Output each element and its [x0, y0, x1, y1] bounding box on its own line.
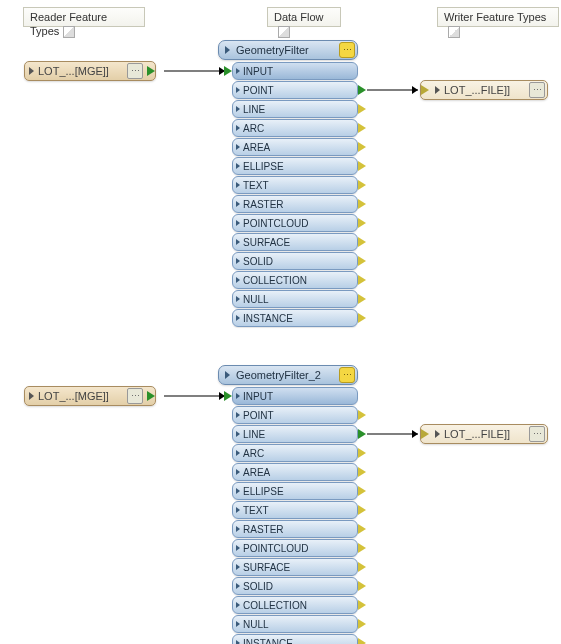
gear-icon[interactable]: ⋯: [127, 388, 143, 404]
port-out-arrow-icon[interactable]: [358, 85, 366, 95]
port-in-arrow-icon[interactable]: [224, 66, 232, 76]
port-label: COLLECTION: [243, 600, 357, 611]
port-surface[interactable]: SURFACE: [232, 233, 358, 251]
port-out-arrow-icon[interactable]: [358, 600, 366, 610]
writer-feature-type-1[interactable]: LOT_...FILE]] ⋯: [420, 80, 548, 100]
port-out-arrow-icon[interactable]: [358, 161, 366, 171]
input-port-icon[interactable]: [421, 85, 429, 95]
port-in-arrow-icon[interactable]: [224, 391, 232, 401]
gear-icon[interactable]: ⋯: [529, 82, 545, 98]
writer-feature-types-header[interactable]: Writer Feature Types: [437, 7, 559, 27]
port-out-arrow-icon[interactable]: [358, 104, 366, 114]
port-null[interactable]: NULL: [232, 615, 358, 633]
gear-icon[interactable]: ⋯: [127, 63, 143, 79]
port-out-arrow-icon[interactable]: [358, 199, 366, 209]
port-text[interactable]: TEXT: [232, 501, 358, 519]
port-area[interactable]: AREA: [232, 463, 358, 481]
properties-icon[interactable]: ⋯: [339, 42, 355, 58]
port-pointcloud[interactable]: POINTCLOUD: [232, 214, 358, 232]
port-null[interactable]: NULL: [232, 290, 358, 308]
reader-feature-type-2[interactable]: LOT_...[MGE]] ⋯: [24, 386, 156, 406]
port-label: ARC: [243, 448, 357, 459]
chevron-right-icon: [236, 296, 240, 302]
port-input[interactable]: INPUT: [232, 62, 358, 80]
port-out-arrow-icon[interactable]: [358, 524, 366, 534]
svg-marker-3: [412, 86, 418, 94]
transformer-header[interactable]: GeometryFilter_2 ⋯: [218, 365, 358, 385]
port-out-arrow-icon[interactable]: [358, 638, 366, 644]
port-arc[interactable]: ARC: [232, 119, 358, 137]
port-out-arrow-icon[interactable]: [358, 486, 366, 496]
port-instance[interactable]: INSTANCE: [232, 309, 358, 327]
transformer-geometryfilter[interactable]: GeometryFilter ⋯ INPUT POINTLINEARCAREAE…: [218, 40, 358, 328]
transformer-geometryfilter-2[interactable]: GeometryFilter_2 ⋯ INPUT POINTLINEARCARE…: [218, 365, 358, 644]
gear-icon[interactable]: ⋯: [529, 426, 545, 442]
port-text[interactable]: TEXT: [232, 176, 358, 194]
port-out-arrow-icon[interactable]: [358, 505, 366, 515]
port-pointcloud[interactable]: POINTCLOUD: [232, 539, 358, 557]
output-port-icon[interactable]: [147, 66, 155, 76]
port-label: TEXT: [243, 505, 357, 516]
port-out-arrow-icon[interactable]: [358, 467, 366, 477]
port-out-arrow-icon[interactable]: [358, 180, 366, 190]
output-port-icon[interactable]: [147, 391, 155, 401]
port-area[interactable]: AREA: [232, 138, 358, 156]
port-line[interactable]: LINE: [232, 425, 358, 443]
writer-feature-type-2[interactable]: LOT_...FILE]] ⋯: [420, 424, 548, 444]
port-out-arrow-icon[interactable]: [358, 448, 366, 458]
port-point[interactable]: POINT: [232, 406, 358, 424]
port-ellipse[interactable]: ELLIPSE: [232, 157, 358, 175]
port-label: SOLID: [243, 581, 357, 592]
port-out-arrow-icon[interactable]: [358, 275, 366, 285]
writer-label: LOT_...FILE]]: [444, 84, 527, 96]
chevron-right-icon: [236, 621, 240, 627]
port-solid[interactable]: SOLID: [232, 252, 358, 270]
port-out-arrow-icon[interactable]: [358, 619, 366, 629]
chevron-right-icon: [236, 144, 240, 150]
chevron-right-icon: [236, 106, 240, 112]
port-ellipse[interactable]: ELLIPSE: [232, 482, 358, 500]
port-label: SURFACE: [243, 237, 357, 248]
reader-feature-type-1[interactable]: LOT_...[MGE]] ⋯: [24, 61, 156, 81]
reader-feature-types-header[interactable]: Reader Feature Types: [23, 7, 145, 27]
port-out-arrow-icon[interactable]: [358, 313, 366, 323]
port-arc[interactable]: ARC: [232, 444, 358, 462]
port-input[interactable]: INPUT: [232, 387, 358, 405]
port-out-arrow-icon[interactable]: [358, 294, 366, 304]
port-out-arrow-icon[interactable]: [358, 142, 366, 152]
properties-icon[interactable]: ⋯: [339, 367, 355, 383]
port-solid[interactable]: SOLID: [232, 577, 358, 595]
port-out-arrow-icon[interactable]: [358, 562, 366, 572]
port-out-arrow-icon[interactable]: [358, 581, 366, 591]
chevron-right-icon: [236, 315, 240, 321]
chevron-right-icon: [236, 182, 240, 188]
port-raster[interactable]: RASTER: [232, 520, 358, 538]
port-raster[interactable]: RASTER: [232, 195, 358, 213]
port-surface[interactable]: SURFACE: [232, 558, 358, 576]
port-collection[interactable]: COLLECTION: [232, 596, 358, 614]
port-collection[interactable]: COLLECTION: [232, 271, 358, 289]
port-point[interactable]: POINT: [232, 81, 358, 99]
chevron-right-icon: [236, 507, 240, 513]
chevron-right-icon: [236, 431, 240, 437]
svg-marker-7: [412, 430, 418, 438]
fold-icon: [63, 26, 75, 38]
port-out-arrow-icon[interactable]: [358, 543, 366, 553]
port-line[interactable]: LINE: [232, 100, 358, 118]
port-out-arrow-icon[interactable]: [358, 256, 366, 266]
transformer-header[interactable]: GeometryFilter ⋯: [218, 40, 358, 60]
data-flow-header[interactable]: Data Flow: [267, 7, 341, 27]
port-out-arrow-icon[interactable]: [358, 218, 366, 228]
port-out-arrow-icon[interactable]: [358, 237, 366, 247]
chevron-right-icon: [236, 393, 240, 399]
input-port-icon[interactable]: [421, 429, 429, 439]
port-out-arrow-icon[interactable]: [358, 410, 366, 420]
chevron-right-icon: [236, 469, 240, 475]
port-out-arrow-icon[interactable]: [358, 123, 366, 133]
port-label: RASTER: [243, 524, 357, 535]
port-label: ARC: [243, 123, 357, 134]
port-out-arrow-icon[interactable]: [358, 429, 366, 439]
expand-icon: [435, 86, 440, 94]
port-label: INSTANCE: [243, 313, 357, 324]
port-instance[interactable]: INSTANCE: [232, 634, 358, 644]
